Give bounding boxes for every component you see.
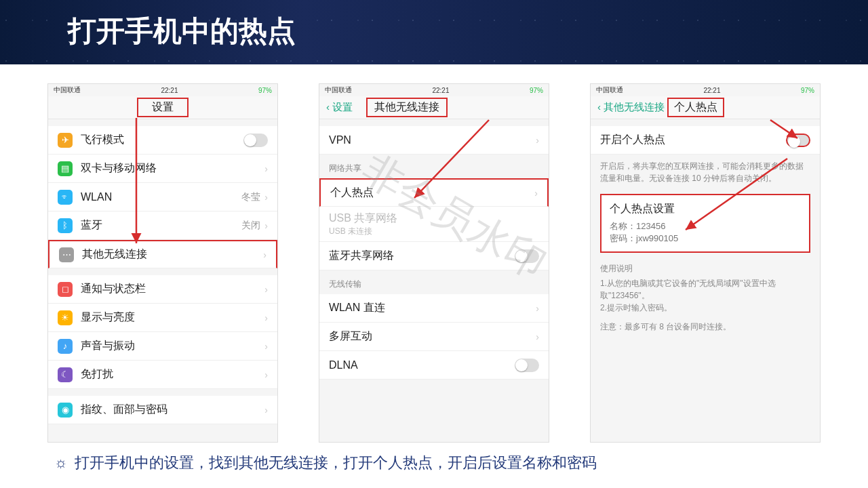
hotspot-settings-title: 个人热点设置	[610, 202, 801, 216]
chevron-right-icon: ›	[263, 249, 267, 260]
chevron-right-icon: ›	[264, 405, 268, 415]
enable-description: 开启后，将共享您的互联网连接，可能会消耗更多的数据流量和电量。无设备连接 10 …	[591, 155, 820, 190]
row-wlan-direct[interactable]: WLAN 直连 ›	[319, 294, 549, 323]
value: 冬莹	[241, 191, 260, 203]
toggle-off[interactable]	[515, 359, 539, 372]
nav-bar: ‹ 其他无线连接 个人热点	[591, 96, 820, 119]
row-other-wireless[interactable]: ⋯ 其他无线连接 ›	[48, 240, 277, 268]
label: 蓝牙	[81, 218, 241, 232]
row-airplane-mode[interactable]: ✈ 飞行模式	[48, 126, 277, 155]
toggle-off[interactable]	[786, 134, 810, 147]
fingerprint-icon: ◉	[58, 403, 73, 418]
row-dual-sim[interactable]: ▤ 双卡与移动网络 ›	[48, 155, 277, 183]
page-title: 个人热点	[667, 98, 724, 117]
sound-icon: ♪	[58, 339, 73, 354]
phone-3-hotspot: 中国联通 22:21 97% ‹ 其他无线连接 个人热点 开启个人热点 开启后，…	[590, 83, 821, 443]
label: 飞行模式	[81, 133, 243, 147]
note: 注意：最多可有 8 台设备同时连接。	[600, 321, 810, 333]
airplane-icon: ✈	[58, 133, 73, 148]
more-icon: ⋯	[59, 247, 74, 262]
status-bar: 中国联通 22:21 97%	[319, 84, 549, 96]
footer-instruction: ☼ 打开手机中的设置，找到其他无线连接，打开个人热点，开启后设置名称和密码	[54, 453, 597, 473]
status-bar: 中国联通 22:21 97%	[591, 84, 820, 96]
sun-icon: ☼	[54, 454, 68, 472]
row-dnd[interactable]: ☾ 免打扰 ›	[48, 361, 277, 389]
nav-bar: ‹ 设置 其他无线连接	[319, 96, 549, 119]
label: 多屏互动	[329, 329, 536, 344]
page-title: 其他无线连接	[366, 98, 448, 117]
label: DLNA	[329, 359, 515, 371]
phone-screenshots-row: 中国联通 22:21 97% 设置 ✈ 飞行模式 ▤ 双卡与移动网络 › ᯤ W…	[0, 64, 868, 443]
instructions-block: 使用说明 1.从您的电脑或其它设备的"无线局域网"设置中选取"123456"。 …	[591, 257, 820, 338]
sim-icon: ▤	[58, 161, 73, 176]
chevron-right-icon: ›	[264, 369, 268, 380]
label: 指纹、面部与密码	[81, 403, 264, 417]
slide-title: 打开手机中的热点	[68, 12, 296, 50]
dnd-icon: ☾	[58, 367, 73, 382]
battery: 97%	[801, 87, 814, 94]
slide-header: 打开手机中的热点	[0, 0, 868, 64]
chevron-right-icon: ›	[264, 341, 268, 352]
label: 显示与亮度	[81, 310, 264, 325]
label: 其他无线连接	[82, 247, 263, 262]
brightness-icon: ☀	[58, 310, 73, 325]
hotspot-settings-box[interactable]: 个人热点设置 名称：123456 密码：jxw990105	[600, 194, 810, 253]
bluetooth-icon: ᛒ	[58, 218, 73, 233]
instructions-title: 使用说明	[600, 262, 810, 274]
hotspot-name-row: 名称：123456	[610, 220, 801, 232]
row-enable-hotspot[interactable]: 开启个人热点	[591, 126, 820, 155]
back-button[interactable]: ‹ 设置	[319, 101, 353, 114]
row-wlan[interactable]: ᯤ WLAN 冬莹 ›	[48, 183, 277, 211]
chevron-right-icon: ›	[264, 284, 268, 295]
hotspot-pwd-row: 密码：jxw990105	[610, 232, 801, 245]
instruction-1: 1.从您的电脑或其它设备的"无线局域网"设置中选取"123456"。	[600, 277, 810, 302]
chevron-right-icon: ›	[264, 163, 268, 174]
label: WLAN	[81, 191, 241, 203]
label: 通知与状态栏	[81, 282, 264, 296]
chevron-right-icon: ›	[534, 188, 538, 199]
carrier: 中国联通	[325, 85, 352, 95]
chevron-right-icon: ›	[536, 303, 539, 314]
label: WLAN 直连	[329, 301, 536, 315]
row-vpn[interactable]: VPN ›	[319, 126, 549, 155]
row-multiscreen[interactable]: 多屏互动 ›	[319, 323, 549, 351]
footer-text: 打开手机中的设置，找到其他无线连接，打开个人热点，开启后设置名称和密码	[75, 453, 597, 473]
chevron-right-icon: ›	[264, 220, 268, 231]
clock: 22:21	[703, 87, 720, 94]
row-sound[interactable]: ♪ 声音与振动 ›	[48, 332, 277, 361]
clock: 22:21	[161, 87, 178, 94]
battery: 97%	[530, 87, 543, 94]
label: USB 共享网络	[329, 212, 397, 224]
label: 双卡与移动网络	[81, 161, 264, 176]
back-button[interactable]: ‹ 其他无线连接	[591, 101, 665, 114]
carrier: 中国联通	[596, 85, 623, 95]
page-title: 设置	[137, 98, 189, 117]
toggle-off[interactable]	[243, 134, 268, 147]
value: 关闭	[241, 220, 260, 232]
row-display[interactable]: ☀ 显示与亮度 ›	[48, 304, 277, 332]
chevron-right-icon: ›	[264, 192, 268, 203]
carrier: 中国联通	[54, 85, 81, 95]
wifi-icon: ᯤ	[58, 190, 73, 205]
notification-icon: ◻	[58, 282, 73, 297]
status-bar: 中国联通 22:21 97%	[48, 84, 277, 96]
label: 声音与振动	[81, 339, 264, 353]
battery: 97%	[258, 87, 272, 94]
row-dlna[interactable]: DLNA	[319, 351, 549, 380]
clock: 22:21	[432, 87, 449, 94]
label: 开启个人热点	[600, 133, 786, 147]
label: 免打扰	[81, 367, 264, 382]
row-bluetooth[interactable]: ᛒ 蓝牙 关闭 ›	[48, 211, 277, 240]
chevron-right-icon: ›	[264, 312, 268, 323]
chevron-right-icon: ›	[536, 135, 539, 146]
row-notifications[interactable]: ◻ 通知与状态栏 ›	[48, 275, 277, 304]
row-fingerprint[interactable]: ◉ 指纹、面部与密码 ›	[48, 396, 277, 424]
label: VPN	[329, 134, 536, 146]
phone-1-settings: 中国联通 22:21 97% 设置 ✈ 飞行模式 ▤ 双卡与移动网络 › ᯤ W…	[47, 83, 278, 443]
instruction-2: 2.提示时输入密码。	[600, 302, 810, 314]
chevron-right-icon: ›	[536, 331, 539, 342]
nav-bar: 设置	[48, 96, 277, 119]
